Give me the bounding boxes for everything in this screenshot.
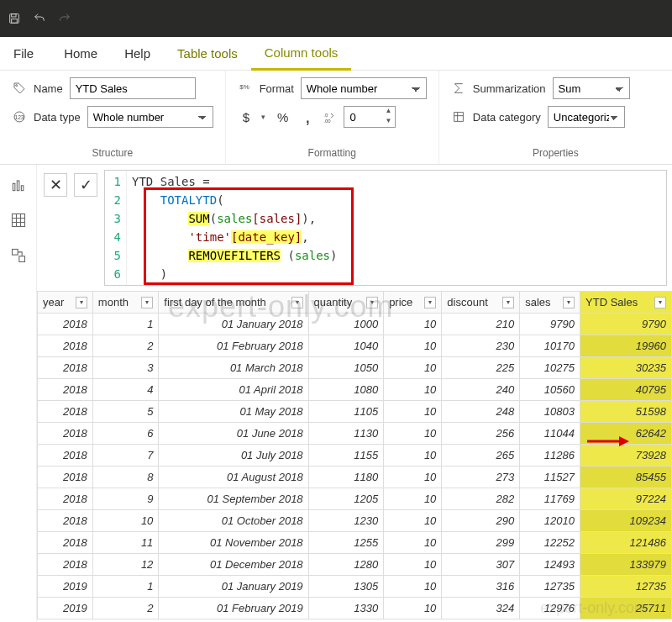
cell[interactable]: 2018: [38, 401, 93, 423]
cell[interactable]: 2018: [38, 314, 93, 335]
cell[interactable]: 2018: [38, 423, 93, 445]
decimals-down[interactable]: ▼: [382, 118, 394, 126]
cell[interactable]: 4: [92, 379, 159, 401]
decimals-up[interactable]: ▲: [382, 108, 394, 116]
table-row[interactable]: 2018101 January 201810001021097909790: [38, 314, 672, 335]
cell[interactable]: 12735: [520, 576, 580, 598]
cell[interactable]: 30235: [580, 357, 672, 379]
cell[interactable]: 11527: [520, 466, 580, 488]
currency-button[interactable]: $: [238, 108, 255, 126]
filter-icon[interactable]: ▾: [563, 297, 575, 308]
cell[interactable]: 282: [442, 488, 520, 510]
cell[interactable]: 12735: [580, 576, 672, 598]
cell[interactable]: 2: [92, 335, 159, 357]
cell[interactable]: 19960: [580, 335, 672, 357]
cell[interactable]: 324: [442, 598, 520, 619]
cell[interactable]: 10: [384, 423, 442, 445]
cell[interactable]: 01 September 2018: [159, 488, 308, 510]
column-header[interactable]: price▾: [384, 292, 442, 314]
cell[interactable]: 8: [92, 466, 159, 488]
formula-commit-button[interactable]: ✓: [74, 173, 97, 197]
report-view-icon[interactable]: [8, 175, 29, 195]
tab-help[interactable]: Help: [111, 38, 164, 69]
cell[interactable]: 9790: [580, 314, 672, 335]
tab-home[interactable]: Home: [50, 38, 111, 69]
tab-file[interactable]: File: [10, 38, 50, 69]
table-row[interactable]: 2018901 September 2018120510282117699722…: [38, 488, 672, 510]
cell[interactable]: 1: [92, 576, 159, 598]
cell[interactable]: 10: [384, 335, 442, 357]
cell[interactable]: 1105: [308, 401, 384, 423]
cell[interactable]: 51598: [580, 401, 672, 423]
cell[interactable]: 2018: [38, 488, 93, 510]
cell[interactable]: 12010: [520, 510, 580, 532]
column-header[interactable]: month▾: [92, 292, 159, 314]
cell[interactable]: 1: [92, 314, 159, 335]
column-header[interactable]: quantity▾: [308, 292, 384, 314]
column-header[interactable]: discount▾: [442, 292, 520, 314]
cell[interactable]: 1040: [308, 335, 384, 357]
table-row[interactable]: 2018701 July 20181155102651128673928: [38, 445, 672, 466]
cell[interactable]: 01 February 2018: [159, 335, 308, 357]
cell[interactable]: 01 December 2018: [159, 554, 308, 576]
cell[interactable]: 248: [442, 401, 520, 423]
cell[interactable]: 01 May 2018: [159, 401, 308, 423]
filter-icon[interactable]: ▾: [366, 297, 378, 308]
table-row[interactable]: 20181201 December 2018128010307124931339…: [38, 554, 672, 576]
cell[interactable]: 01 March 2018: [159, 357, 308, 379]
cell[interactable]: 2019: [38, 598, 93, 619]
cell[interactable]: 97224: [580, 488, 672, 510]
cell[interactable]: 1305: [308, 576, 384, 598]
cell[interactable]: 01 October 2018: [159, 510, 308, 532]
cell[interactable]: 2018: [38, 510, 93, 532]
format-select[interactable]: Whole number: [301, 77, 427, 99]
table-row[interactable]: 2019201 February 20191330103241297625711: [38, 598, 672, 619]
cell[interactable]: 1255: [308, 532, 384, 554]
cell[interactable]: 3: [92, 357, 159, 379]
column-header[interactable]: first day of the month▾: [159, 292, 308, 314]
column-header[interactable]: YTD Sales▾: [580, 292, 672, 314]
cell[interactable]: 1180: [308, 466, 384, 488]
cell[interactable]: 10: [384, 445, 442, 466]
cell[interactable]: 2018: [38, 445, 93, 466]
cell[interactable]: 2018: [38, 554, 93, 576]
cell[interactable]: 1130: [308, 423, 384, 445]
data-category-select[interactable]: Uncategorized: [548, 106, 625, 128]
summarization-select[interactable]: Sum: [553, 77, 630, 99]
cell[interactable]: 10170: [520, 335, 580, 357]
name-input[interactable]: [70, 77, 196, 99]
cell[interactable]: 9790: [520, 314, 580, 335]
cell[interactable]: 10: [384, 314, 442, 335]
cell[interactable]: 290: [442, 510, 520, 532]
cell[interactable]: 230: [442, 335, 520, 357]
cell[interactable]: 240: [442, 379, 520, 401]
cell[interactable]: 10: [92, 510, 159, 532]
cell[interactable]: 6: [92, 423, 159, 445]
cell[interactable]: 1280: [308, 554, 384, 576]
table-row[interactable]: 2018201 February 20181040102301017019960: [38, 335, 672, 357]
cell[interactable]: 121486: [580, 532, 672, 554]
tab-column-tools[interactable]: Column tools: [251, 37, 352, 71]
cell[interactable]: 10: [384, 488, 442, 510]
cell[interactable]: 2018: [38, 357, 93, 379]
table-row[interactable]: 2018501 May 20181105102481080351598: [38, 401, 672, 423]
cell[interactable]: 10275: [520, 357, 580, 379]
cell[interactable]: 01 July 2018: [159, 445, 308, 466]
percent-button[interactable]: %: [272, 108, 293, 126]
cell[interactable]: 109234: [580, 510, 672, 532]
cell[interactable]: 1155: [308, 445, 384, 466]
cell[interactable]: 9: [92, 488, 159, 510]
cell[interactable]: 1000: [308, 314, 384, 335]
cell[interactable]: 10: [384, 357, 442, 379]
cell[interactable]: 10: [384, 532, 442, 554]
cell[interactable]: 01 April 2018: [159, 379, 308, 401]
formula-cancel-button[interactable]: ✕: [44, 173, 67, 197]
comma-button[interactable]: ,: [300, 109, 315, 124]
cell[interactable]: 2018: [38, 466, 93, 488]
cell[interactable]: 01 January 2019: [159, 576, 308, 598]
cell[interactable]: 299: [442, 532, 520, 554]
table-row[interactable]: 20181001 October 20181230102901201010923…: [38, 510, 672, 532]
filter-icon[interactable]: ▾: [76, 297, 87, 308]
cell[interactable]: 210: [442, 314, 520, 335]
cell[interactable]: 316: [442, 576, 520, 598]
